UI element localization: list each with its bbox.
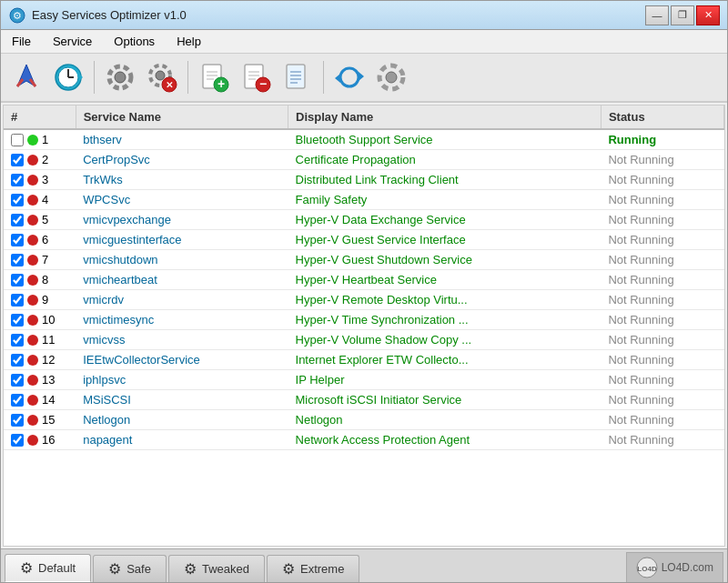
checkbox-7[interactable] — [11, 254, 24, 266]
separator-1 — [94, 61, 95, 94]
status-dot-12 — [27, 355, 38, 366]
cell-service-9[interactable]: vmicrdv — [76, 290, 288, 310]
cell-service-11[interactable]: vmicvss — [76, 330, 288, 350]
table-row: 10vmictimesyncHyper-V Time Synchronizati… — [4, 310, 724, 330]
col-header-service[interactable]: Service Name — [76, 106, 288, 129]
settings2-button[interactable]: ✕ — [142, 57, 182, 97]
cell-num-10: 10 — [4, 310, 76, 330]
checkbox-13[interactable] — [11, 374, 24, 387]
table-row: 15NetlogonNetlogonNot Running — [4, 410, 724, 430]
tab-extreme-icon: ⚙ — [282, 560, 295, 578]
cell-num-16: 16 — [4, 430, 76, 450]
col-header-display[interactable]: Display Name — [288, 106, 602, 129]
checkbox-9[interactable] — [11, 294, 24, 307]
table-row: 7vmicshutdownHyper-V Guest Shutdown Serv… — [4, 250, 724, 270]
settings1-button[interactable] — [100, 57, 140, 97]
doc-edit-button[interactable] — [278, 57, 318, 97]
close-button[interactable]: ✕ — [696, 5, 720, 25]
checkbox-4[interactable] — [11, 194, 24, 206]
cell-service-8[interactable]: vmicheartbeat — [76, 270, 288, 290]
status-dot-15 — [27, 415, 38, 426]
row-number-2: 2 — [42, 153, 48, 166]
cell-status-5: Not Running — [601, 210, 723, 230]
col-header-status[interactable]: Status — [601, 106, 723, 129]
menu-help[interactable]: Help — [173, 33, 205, 50]
row-number-15: 15 — [42, 413, 55, 427]
cell-service-10[interactable]: vmictimesync — [76, 310, 288, 330]
cell-service-15[interactable]: Netlogon — [76, 410, 288, 430]
services-table-container[interactable]: # Service Name Display Name Status 1bths… — [3, 105, 725, 547]
cell-service-1[interactable]: bthserv — [76, 129, 288, 150]
cell-status-6: Not Running — [601, 230, 723, 250]
cell-service-3[interactable]: TrkWks — [76, 170, 288, 190]
tab-extreme-label: Extreme — [300, 562, 344, 576]
svg-text:⚙: ⚙ — [13, 10, 22, 21]
cell-service-7[interactable]: vmicshutdown — [76, 250, 288, 270]
cell-status-10: Not Running — [601, 310, 723, 330]
checkbox-12[interactable] — [11, 354, 24, 367]
cell-display-5: Hyper-V Data Exchange Service — [288, 210, 602, 230]
restore-button[interactable]: ❐ — [671, 5, 694, 25]
checkbox-16[interactable] — [11, 434, 24, 447]
cell-service-13[interactable]: iphlpsvc — [76, 370, 288, 390]
tab-tweaked[interactable]: ⚙ Tweaked — [168, 555, 265, 582]
app-icon: ⚙ — [8, 6, 26, 25]
status-dot-7 — [27, 255, 38, 266]
status-dot-3 — [27, 175, 38, 186]
doc-remove-button[interactable]: − — [236, 57, 276, 97]
refresh-status-button[interactable] — [48, 57, 88, 97]
menu-service[interactable]: Service — [49, 33, 96, 50]
doc-add-button[interactable]: + — [194, 57, 234, 97]
tab-extreme[interactable]: ⚙ Extreme — [267, 555, 359, 582]
content-area: # Service Name Display Name Status 1bths… — [1, 103, 727, 548]
minimize-button[interactable]: — — [645, 5, 669, 25]
cell-num-6: 6 — [4, 230, 76, 250]
checkbox-15[interactable] — [11, 414, 24, 427]
checkbox-2[interactable] — [11, 154, 24, 166]
row-number-6: 6 — [42, 233, 48, 246]
checkbox-11[interactable] — [11, 334, 24, 347]
optimize-button[interactable] — [6, 57, 46, 97]
checkbox-5[interactable] — [11, 214, 24, 226]
checkbox-14[interactable] — [11, 394, 24, 407]
checkbox-10[interactable] — [11, 314, 24, 327]
cell-service-5[interactable]: vmicvpexchange — [76, 210, 288, 230]
checkbox-3[interactable] — [11, 174, 24, 186]
status-dot-16 — [27, 435, 38, 446]
cell-status-13: Not Running — [601, 370, 723, 390]
svg-marker-34 — [335, 74, 340, 83]
logo-text: LO4D.com — [662, 561, 713, 574]
tab-tweaked-icon: ⚙ — [184, 560, 197, 578]
tab-default[interactable]: ⚙ Default — [5, 554, 91, 582]
cell-service-12[interactable]: IEEtwCollectorService — [76, 350, 288, 370]
cell-service-4[interactable]: WPCSvc — [76, 190, 288, 210]
row-number-16: 16 — [42, 433, 55, 447]
svg-rect-28 — [287, 65, 305, 88]
cell-num-8: 8 — [4, 270, 76, 290]
cell-service-6[interactable]: vmicguestinterface — [76, 230, 288, 250]
menu-options[interactable]: Options — [110, 33, 158, 50]
cell-service-16[interactable]: napagent — [76, 430, 288, 450]
table-row: 11vmicvssHyper-V Volume Shadow Copy ...N… — [4, 330, 724, 350]
tab-default-label: Default — [38, 561, 76, 575]
cell-status-3: Not Running — [601, 170, 723, 190]
menu-file[interactable]: File — [8, 33, 35, 50]
table-row: 1bthservBluetooth Support ServiceRunning — [4, 129, 724, 150]
row-number-4: 4 — [42, 193, 48, 206]
status-dot-1 — [27, 135, 38, 146]
title-bar: ⚙ Easy Services Optimizer v1.0 — ❐ ✕ — [1, 1, 727, 30]
checkbox-6[interactable] — [11, 234, 24, 246]
tab-default-icon: ⚙ — [20, 559, 33, 577]
cell-num-7: 7 — [4, 250, 76, 270]
advanced-button[interactable] — [371, 57, 411, 97]
checkbox-1[interactable] — [11, 134, 24, 146]
cell-service-2[interactable]: CertPropSvc — [76, 150, 288, 170]
cell-display-4: Family Safety — [288, 190, 602, 210]
cell-service-14[interactable]: MSiSCSI — [76, 390, 288, 410]
checkbox-8[interactable] — [11, 274, 24, 286]
cell-num-14: 14 — [4, 390, 76, 410]
row-number-10: 10 — [42, 313, 55, 327]
refresh-button[interactable] — [329, 57, 369, 97]
cell-num-1: 1 — [4, 129, 76, 150]
tab-safe[interactable]: ⚙ Safe — [93, 555, 167, 582]
